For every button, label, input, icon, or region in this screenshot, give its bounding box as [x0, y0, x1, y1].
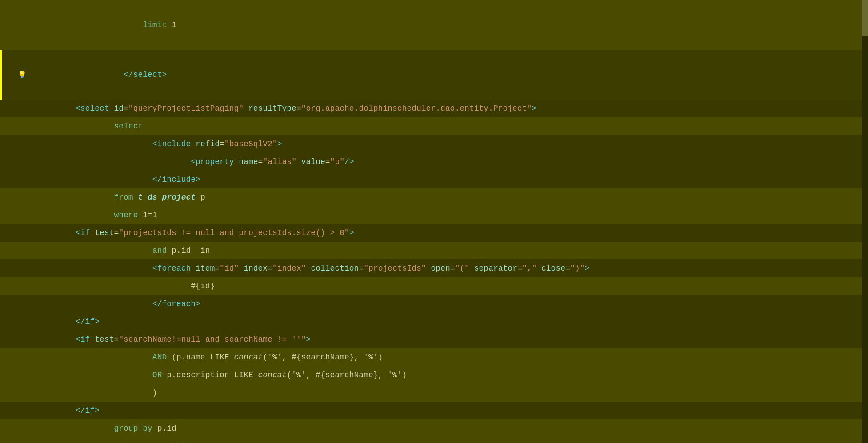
line-text: )	[31, 385, 157, 401]
code-line-include-open: <include refid="baseSqlV2">	[0, 135, 868, 153]
code-line-property: <property name="alias" value="p"/>	[0, 153, 868, 171]
line-text: and p.id in	[31, 243, 210, 259]
active-line-indicator	[0, 50, 2, 100]
line-text: from t_ds_project p	[31, 189, 205, 205]
line-text: <property name="alias" value="p"/>	[31, 154, 354, 170]
scrollbar-thumb[interactable]	[862, 0, 868, 36]
line-text: </if>	[31, 314, 100, 330]
line-text: <if test="searchName!=null and searchNam…	[31, 331, 311, 347]
code-line-foreach: <foreach item="id" index="index" collect…	[0, 259, 868, 277]
code-line-from: from t_ds_project p	[0, 188, 868, 206]
line-text: select	[31, 118, 143, 134]
code-line: limit 1	[0, 0, 868, 50]
code-line-if-1: <if test="projectsIds != null and projec…	[0, 224, 868, 242]
code-line-select-open: <select id="queryProjectListPaging" resu…	[0, 100, 868, 117]
code-line-if-close-1: </if>	[0, 313, 868, 331]
line-number: 💡	[0, 70, 31, 79]
code-line-order: order by p.id desc	[0, 437, 868, 443]
code-line-or: OR p.description LIKE concat('%', #{sear…	[0, 366, 868, 384]
line-text: </select>	[31, 51, 167, 99]
line-text: </if>	[31, 403, 100, 419]
code-line-foreach-close: </foreach>	[0, 295, 868, 313]
code-line-if-2: <if test="searchName!=null and searchNam…	[0, 331, 868, 348]
line-text: <select id="queryProjectListPaging" resu…	[31, 100, 536, 116]
code-line-sql-select: select	[0, 117, 868, 135]
line-text: OR p.description LIKE concat('%', #{sear…	[31, 367, 407, 383]
scrollbar[interactable]	[862, 0, 868, 443]
code-line-if-close-2: </if>	[0, 402, 868, 419]
line-text: </include>	[31, 172, 200, 188]
line-text: where 1=1	[31, 207, 157, 223]
code-editor: limit 1 💡 </select> <select id="queryPro…	[0, 0, 868, 443]
line-text: AND (p.name LIKE concat('%', #{searchNam…	[31, 349, 383, 365]
code-line-group: group by p.id	[0, 419, 868, 437]
line-text: limit 1	[31, 1, 176, 49]
line-text: </foreach>	[31, 296, 200, 312]
code-line-and-name: AND (p.name LIKE concat('%', #{searchNam…	[0, 348, 868, 366]
line-text: #{id}	[31, 278, 215, 294]
code-line-include-close: </include>	[0, 171, 868, 188]
line-text: <foreach item="id" index="index" collect…	[31, 260, 589, 276]
code-line-paren: )	[0, 384, 868, 402]
code-line-and: and p.id in	[0, 242, 868, 259]
line-text: group by p.id	[31, 420, 176, 436]
code-line-select-close-1: 💡 </select>	[0, 50, 868, 100]
line-text: <if test="projectsIds != null and projec…	[31, 225, 354, 241]
code-line-where: where 1=1	[0, 206, 868, 224]
line-text: <include refid="baseSqlV2">	[31, 136, 282, 152]
code-line-foreach-body: #{id}	[0, 277, 868, 295]
line-text: order by p.id desc	[31, 438, 200, 443]
